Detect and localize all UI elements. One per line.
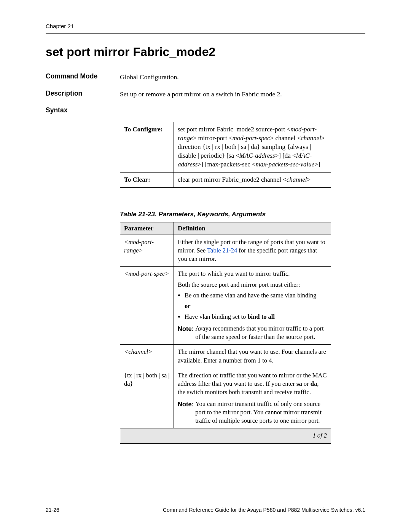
definition-cell: The port to which you want to mirror tra… — [174, 267, 331, 345]
text: >] [max-packets-sec < — [198, 161, 255, 168]
document-page: Chapter 21 set port mirror Fabric_mode2 … — [0, 0, 411, 532]
list-item: Have vlan binding set to bind to all — [185, 313, 327, 321]
param-cell: <mod-port-spec> — [120, 267, 174, 345]
syntax-clear-row: To Clear: clear port mirror Fabric_mode2… — [120, 172, 331, 187]
syntax-configure-row: To Configure: set port mirror Fabric_mod… — [120, 122, 331, 173]
or-label: or — [185, 302, 327, 310]
definition-cell: The mirror channel that you want to use.… — [174, 345, 331, 368]
text: > mirror-port < — [193, 134, 233, 142]
header-rule — [46, 33, 365, 34]
syntax-clear-value: clear port mirror Fabric_mode2 channel <… — [174, 172, 331, 187]
text: >] — [314, 161, 320, 168]
text: >] [da < — [275, 152, 296, 159]
page-indicator: 1 of 2 — [120, 428, 331, 443]
footer-title: Command Reference Guide for the Avaya P5… — [163, 507, 365, 513]
syntax-configure-label: To Configure: — [120, 122, 174, 173]
bullet-list: Have vlan binding set to bind to all — [185, 313, 327, 321]
syntax-table-wrapper: To Configure: set port mirror Fabric_mod… — [120, 122, 365, 188]
text: The port to which you want to mirror tra… — [178, 270, 327, 278]
text: Both the source port and mirror port mus… — [178, 281, 327, 289]
description-row: Description Set up or remove a port mirr… — [46, 89, 365, 99]
bold-text: da — [311, 380, 317, 387]
table-link[interactable]: Table 21-24 — [207, 247, 237, 254]
note-text: You can mirror transmit traffic of only … — [195, 400, 327, 425]
table-row: <channel> The mirror channel that you wa… — [120, 345, 331, 368]
syntax-row: Syntax — [46, 106, 365, 114]
note: Note: Avaya recommends that you mirror t… — [178, 324, 327, 342]
param-text: channel — [287, 176, 307, 183]
command-mode-row: Command Mode Global Configuration. — [46, 72, 365, 82]
param-cell: {tx | rx | both | sa | da} — [120, 368, 174, 428]
command-mode-value: Global Configuration. — [120, 72, 179, 82]
text: set port mirror Fabric_mode2 source-port… — [178, 126, 290, 133]
note: Note: You can mirror transmit traffic of… — [178, 400, 327, 425]
text: > channel < — [270, 134, 301, 142]
bold-text: bind to all — [247, 313, 275, 320]
definition-cell: The direction of traffic that you want t… — [174, 368, 331, 428]
text: clear port mirror Fabric_mode2 channel < — [178, 176, 287, 183]
note-text: Avaya recommends that you mirror traffic… — [195, 324, 327, 342]
chapter-header: Chapter 21 — [46, 23, 365, 29]
page-footer: 21-26 Command Reference Guide for the Av… — [46, 507, 365, 513]
param-cell: <mod-port-range> — [120, 235, 174, 267]
description-value: Set up or remove a port mirror on a swit… — [120, 89, 282, 99]
bullet-list: Be on the same vlan and have the same vl… — [185, 291, 327, 300]
param-text: max-packets-sec-value — [256, 161, 315, 168]
description-label: Description — [46, 89, 120, 99]
text: or — [302, 380, 311, 387]
param-table: Parameter Definition <mod-port-range> Ei… — [120, 222, 331, 444]
page-title: set port mirror Fabric_mode2 — [46, 45, 365, 59]
param-text: channel — [301, 134, 321, 142]
table-row: <mod-port-spec> The port to which you wa… — [120, 267, 331, 345]
table-row: <mod-port-range> Either the single port … — [120, 235, 331, 267]
definition-header: Definition — [174, 222, 331, 235]
param-cell: <channel> — [120, 345, 174, 368]
syntax-table: To Configure: set port mirror Fabric_mod… — [120, 122, 331, 188]
syntax-clear-label: To Clear: — [120, 172, 174, 187]
command-mode-label: Command Mode — [46, 72, 120, 82]
param-table-footer: 1 of 2 — [120, 428, 331, 443]
param-text: mod-port-spec — [232, 134, 270, 142]
param-table-caption: Table 21-23. Parameters, Keywords, Argum… — [120, 211, 365, 218]
note-label: Note: — [178, 324, 194, 342]
list-item: Be on the same vlan and have the same vl… — [185, 291, 327, 300]
param-text: MAC-address — [239, 152, 275, 159]
param-table-header-row: Parameter Definition — [120, 222, 331, 235]
text: > — [307, 176, 311, 183]
bold-text: sa — [296, 380, 302, 387]
table-row: {tx | rx | both | sa | da} The direction… — [120, 368, 331, 428]
definition-cell: Either the single port or the range of p… — [174, 235, 331, 267]
note-label: Note: — [178, 400, 194, 425]
page-number: 21-26 — [46, 507, 59, 513]
syntax-label: Syntax — [46, 106, 120, 114]
text: The direction of traffic that you want t… — [178, 371, 327, 397]
param-header: Parameter — [120, 222, 174, 235]
syntax-configure-value: set port mirror Fabric_mode2 source-port… — [174, 122, 331, 173]
text: Have vlan binding set to — [185, 313, 247, 320]
